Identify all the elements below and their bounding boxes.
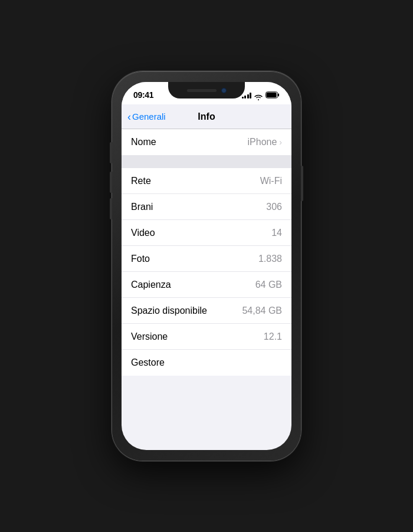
row-capienza[interactable]: Capienza 64 GB (122, 272, 291, 298)
row-foto-label: Foto (131, 254, 150, 264)
section-divider (122, 155, 291, 168)
row-video-value: 14 (271, 228, 282, 238)
row-capienza-label: Capienza (131, 280, 171, 290)
row-rete-value: Wi-Fi (260, 176, 282, 186)
row-foto[interactable]: Foto 1.838 (122, 246, 291, 272)
row-spazio[interactable]: Spazio disponibile 54,84 GB (122, 298, 291, 324)
row-versione-value: 12.1 (264, 331, 282, 342)
row-spazio-label: Spazio disponibile (131, 306, 207, 316)
row-brani[interactable]: Brani 306 (122, 194, 291, 220)
row-nome-label: Nome (131, 137, 156, 147)
phone-screen: 09:41 (122, 82, 291, 450)
wifi-icon (254, 92, 263, 98)
section-info: Rete Wi-Fi Brani 306 Video 14 Foto 1.838… (122, 168, 291, 376)
row-gestore[interactable]: Gestore (122, 350, 291, 376)
speaker (187, 89, 217, 92)
chevron-icon: › (279, 137, 282, 147)
status-icons (242, 91, 280, 98)
row-capienza-value: 64 GB (255, 280, 282, 290)
battery-icon (266, 91, 280, 98)
row-nome[interactable]: Nome iPhone › (122, 129, 291, 155)
row-brani-label: Brani (131, 202, 153, 212)
row-rete[interactable]: Rete Wi-Fi (122, 168, 291, 194)
row-brani-value: 306 (266, 202, 282, 212)
phone-frame: 09:41 (112, 71, 301, 461)
row-nome-value: iPhone › (248, 137, 283, 147)
navigation-bar: ‹ Generali Info (122, 104, 291, 129)
page-title: Info (198, 111, 215, 122)
section-nome: Nome iPhone › (122, 129, 291, 155)
status-time: 09:41 (133, 90, 153, 100)
row-versione-label: Versione (131, 331, 168, 342)
notch (168, 82, 245, 98)
back-label: Generali (132, 111, 166, 121)
back-button[interactable]: ‹ Generali (127, 111, 166, 122)
row-versione[interactable]: Versione 12.1 (122, 324, 291, 350)
row-video[interactable]: Video 14 (122, 220, 291, 246)
row-foto-value: 1.838 (258, 254, 282, 264)
content-area: Nome iPhone › Rete Wi-Fi Brani 306 (122, 129, 291, 376)
svg-rect-2 (266, 93, 276, 98)
back-chevron-icon: ‹ (127, 111, 131, 122)
row-video-label: Video (131, 228, 155, 238)
row-gestore-label: Gestore (131, 357, 165, 368)
row-spazio-value: 54,84 GB (242, 306, 282, 316)
camera (221, 88, 227, 93)
svg-rect-1 (278, 94, 279, 97)
row-rete-label: Rete (131, 176, 151, 186)
